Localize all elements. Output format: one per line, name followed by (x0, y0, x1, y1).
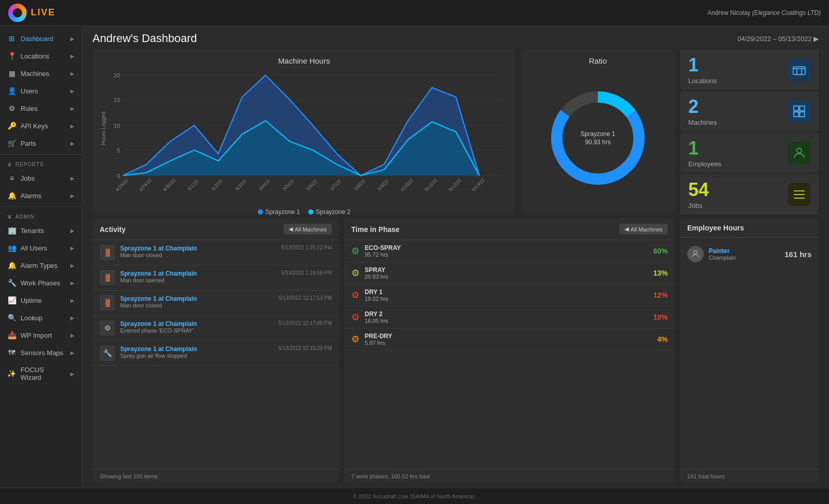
sidebar-item-alarm-types[interactable]: 🔔 Alarm Types ▶ (0, 257, 82, 274)
work-phases-icon: 🔧 (7, 279, 16, 287)
svg-text:90.93 hrs: 90.93 hrs (585, 139, 611, 146)
sidebar-item-all-users[interactable]: 👥 All Users ▶ (0, 239, 82, 257)
activity-time: 5/13/2022 12:17:13 PM (278, 295, 332, 301)
lookup-icon: 🔍 (7, 314, 16, 322)
sidebar-item-locations[interactable]: 📍 Locations ▶ (0, 47, 82, 65)
time-panel-title: Time in Phase (351, 225, 400, 234)
sensors-maps-icon: 🗺 (7, 348, 16, 357)
phase-pct-spray: 13% (653, 269, 668, 277)
wp-import-icon: 📥 (7, 331, 16, 339)
activity-icon-door-closed2: 🚪 (100, 295, 115, 311)
activity-machine: Sprayzone 1 at Champlain (120, 295, 273, 302)
sidebar-item-alarms[interactable]: 🔔 Alarms ▶ (0, 187, 82, 204)
phase-hrs: 95.72 hrs (365, 251, 648, 258)
sidebar-label-parts: Parts (21, 140, 36, 147)
activity-icon-phase: ⚙ (100, 320, 115, 336)
svg-rect-39 (800, 112, 804, 117)
uptime-icon: 📈 (7, 296, 16, 304)
sidebar-label-alarms: Alarms (21, 192, 41, 200)
sidebar-item-jobs[interactable]: ≡ Jobs ▶ (0, 169, 82, 187)
phase-icon-eco-spray: ⚙ (351, 245, 360, 257)
sidebar-label-tenants: Tenants (21, 227, 44, 235)
phase-pct-dry1: 12% (653, 291, 668, 299)
sidebar-item-focus-wizard[interactable]: ✨ FOCUS Wizard ▶ (0, 361, 82, 386)
sidebar-item-dashboard[interactable]: ⊞ Dashboard ▶ (0, 30, 82, 47)
activity-item: 🔧 Sprayzone 1 at Champlain Spray gun air… (92, 341, 339, 366)
legend-sprayzone2: Sprayzone 2 (308, 208, 350, 216)
svg-text:5/9/22: 5/9/22 (376, 179, 389, 191)
activity-list: 🚪 Sprayzone 1 at Champlain Man door clos… (92, 240, 339, 470)
stat-locations-left: 1 Locations (688, 54, 717, 85)
sidebar-item-wp-import[interactable]: 📥 WP Import ▶ (0, 326, 82, 344)
phase-hrs: 19.02 hrs (365, 296, 648, 302)
svg-point-32 (567, 107, 629, 169)
sidebar-item-work-phases[interactable]: 🔧 Work Phases ▶ (0, 274, 82, 292)
activity-panel: Activity ◀ All Machines 🚪 Sprayzone 1 at… (92, 219, 339, 482)
alarm-types-icon: 🔔 (7, 261, 16, 269)
logo-area: LIVE (8, 4, 55, 22)
sidebar-item-uptime[interactable]: 📈 Uptime ▶ (0, 292, 82, 309)
employee-item: Painter Champlain 161 hrs (687, 243, 812, 265)
sidebar-label-machines: Machines (21, 70, 49, 77)
activity-icon-door-open: 🚪 (100, 270, 115, 285)
stat-locations-icon (788, 59, 811, 81)
employee-role: Painter (709, 247, 736, 255)
time-filter-button[interactable]: ◀ All Machines (619, 224, 668, 235)
stat-employees-icon (788, 142, 811, 164)
employee-panel-footer: 161 total hours (680, 470, 819, 482)
activity-item: 🚪 Sprayzone 1 at Champlain Man door open… (92, 265, 339, 290)
time-in-phase-panel: Time in Phase ◀ All Machines ⚙ ECO-SPRAY… (344, 219, 675, 482)
stat-jobs-left: 54 Jobs (688, 179, 709, 209)
svg-text:5/10/22: 5/10/22 (400, 178, 414, 192)
date-range: 04/29/2022 – 05/13/2022 ▶ (738, 35, 819, 43)
sidebar-item-sensors-maps[interactable]: 🗺 Sensors Maps ▶ (0, 344, 82, 361)
chart-legend: Sprayzone 1 Sprayzone 2 (100, 205, 508, 216)
sidebar-item-machines[interactable]: ▦ Machines ▶ (0, 65, 82, 82)
sidebar-label-uptime: Uptime (21, 297, 42, 304)
stat-card-machines: 2 Machines (680, 91, 819, 131)
sidebar-item-tenants[interactable]: 🏢 Tenants ▶ (0, 222, 82, 239)
activity-filter-button[interactable]: ◀ All Machines (284, 224, 332, 235)
sidebar-item-lookup[interactable]: 🔍 Lookup ▶ (0, 309, 82, 326)
phase-name: SPRAY (365, 266, 648, 274)
sidebar-item-parts[interactable]: 🛒 Parts ▶ (0, 134, 82, 152)
logo-icon (8, 4, 27, 22)
svg-text:5/13/22: 5/13/22 (471, 178, 485, 192)
employee-list: Painter Champlain 161 hrs (680, 238, 819, 470)
stat-machines-icon (788, 100, 811, 123)
sidebar-label-users: Users (21, 87, 38, 95)
employee-avatar (687, 246, 704, 262)
phase-info-dry2: DRY 2 16.05 hrs (365, 311, 648, 324)
svg-text:4/29/22: 4/29/22 (138, 178, 153, 192)
svg-rect-37 (800, 106, 804, 110)
sidebar-item-rules[interactable]: ⚙ Rules ▶ (0, 100, 82, 117)
stat-employees-left: 1 Employees (688, 138, 721, 168)
svg-text:4/30/22: 4/30/22 (162, 178, 176, 192)
sidebar-label-wp-import: WP Import (21, 332, 52, 339)
activity-desc: Man door opened (120, 277, 276, 283)
stat-card-employees: 1 Employees (680, 132, 819, 173)
sidebar-item-api-keys[interactable]: 🔑 API Keys ▶ (0, 117, 82, 134)
phase-name: DRY 2 (365, 311, 648, 318)
charts-row: Machine Hours 0 5 10 (92, 49, 819, 214)
svg-text:5/12/22: 5/12/22 (447, 178, 462, 192)
jobs-icon: ≡ (7, 174, 16, 182)
alarms-icon: 🔔 (7, 191, 16, 200)
employee-panel-header: Employee Hours (680, 219, 819, 238)
svg-rect-36 (794, 106, 799, 110)
stat-machines-number: 2 (688, 96, 717, 118)
activity-machine: Sprayzone 1 at Champlain (120, 320, 273, 327)
phase-item-eco-spray: ⚙ ECO-SPRAY 95.72 hrs 60% (344, 240, 675, 262)
activity-item: ⚙ Sprayzone 1 at Champlain Entered phase… (92, 316, 339, 341)
footer: © 2022 Accudraft Live (SAIMA of North Am… (0, 488, 829, 504)
sidebar-item-users[interactable]: 👤 Users ▶ (0, 82, 82, 100)
activity-desc: Spray gun air flow stopped (120, 353, 273, 359)
svg-text:5: 5 (117, 147, 120, 153)
sidebar-label-api-keys: API Keys (21, 122, 48, 130)
activity-title: Activity (100, 225, 126, 234)
phase-list: ⚙ ECO-SPRAY 95.72 hrs 60% ⚙ SPRAY 20. (344, 240, 675, 470)
svg-text:0: 0 (117, 173, 120, 179)
machine-hours-svg-wrap: 0 5 10 15 20 Hours Logged (100, 69, 508, 205)
time-panel-header: Time in Phase ◀ All Machines (344, 219, 675, 240)
svg-text:15: 15 (114, 97, 120, 103)
